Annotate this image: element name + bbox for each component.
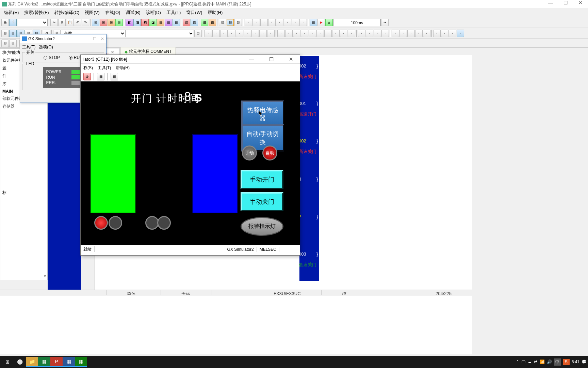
tray-s[interactable]: S xyxy=(563,359,570,365)
tb-f5[interactable]: ⫠ xyxy=(245,19,252,26)
tb-f10[interactable]: ⫠ xyxy=(284,19,291,26)
tb2-af8[interactable]: ⫠ xyxy=(301,30,308,37)
tb-btn-j[interactable]: ▦ xyxy=(165,19,172,26)
tb2-df3[interactable]: ⫠ xyxy=(407,30,415,37)
taskbar-explorer[interactable]: 📁 xyxy=(26,357,38,367)
tb2-af14[interactable]: ⫠ xyxy=(348,30,355,37)
tray-clock[interactable]: 6:41 xyxy=(572,359,579,364)
tb2-af11[interactable]: ⫠ xyxy=(324,30,332,37)
tb2-cf1[interactable]: ⫠ xyxy=(358,30,365,37)
tb-btn-g[interactable]: ◩ xyxy=(141,19,149,26)
tb2-af10[interactable]: ⫠ xyxy=(316,30,324,37)
tb-btn-k[interactable]: ▦ xyxy=(173,19,180,26)
tb-btn-i[interactable]: ▦ xyxy=(157,19,164,26)
tb2-sf6[interactable]: ⫠ xyxy=(212,30,220,37)
tb-btn-p[interactable]: ⊡ xyxy=(219,19,226,26)
tb-btn-b[interactable]: ⊞ xyxy=(100,19,107,26)
gt-menu-tools[interactable]: 工具(T) xyxy=(98,65,111,71)
sim2-title-bar[interactable]: GX Simulator2 — ☐ ✕ xyxy=(20,34,106,43)
tb2-a[interactable]: ⊟ xyxy=(1,30,9,37)
gt-menu-help[interactable]: 帮助(H) xyxy=(116,65,130,71)
hmi-close-button[interactable]: 手动关门 xyxy=(241,192,283,211)
tb-run-r[interactable]: ▦ xyxy=(310,19,317,26)
tb-btn-m[interactable]: ▨ xyxy=(191,19,198,26)
tb-btn-h[interactable]: ◪ xyxy=(149,19,157,26)
tb2-df4[interactable]: ⫠ xyxy=(415,30,423,37)
taskbar-start[interactable]: ⊞ xyxy=(1,357,14,367)
menu-debug[interactable]: 调试(B) xyxy=(123,9,143,16)
tb3-b[interactable]: ⊟ xyxy=(9,40,17,47)
help-icon[interactable]: ❔ xyxy=(9,19,17,26)
combo-2[interactable] xyxy=(126,30,194,37)
taskbar-app2[interactable]: ▦ xyxy=(63,357,75,367)
sim2-close[interactable]: ✕ xyxy=(101,36,104,41)
hmi-open-button[interactable]: 手动开门 xyxy=(241,170,283,189)
menu-help[interactable]: 帮助(H) xyxy=(205,9,225,16)
menu-view[interactable]: 视图(V) xyxy=(82,9,102,16)
tb2-df1[interactable]: ⫠ xyxy=(392,30,399,37)
tb-btn-e[interactable]: ◧ xyxy=(126,19,133,26)
gt-title-bar[interactable]: lator3 (GT12) [No title] — ☐ ✕ xyxy=(81,55,300,64)
redo-icon[interactable]: ↷ xyxy=(82,19,89,26)
tb2-af9[interactable]: ⫠ xyxy=(309,30,316,37)
tray-volume-icon[interactable]: 🔊 xyxy=(547,359,552,364)
tb2-df5[interactable]: ⫠ xyxy=(423,30,430,37)
sim2-menu-tools[interactable]: 工具(T) xyxy=(22,44,35,50)
tb-f6[interactable]: ⫠ xyxy=(252,19,260,26)
undo-icon[interactable]: ↶ xyxy=(74,19,81,26)
menu-search[interactable]: 搜索/替换(F) xyxy=(21,9,51,16)
tb2-sf5[interactable]: ⫠ xyxy=(205,30,212,37)
tb-btn-a[interactable]: ⊞ xyxy=(92,19,99,26)
tb-btn-q[interactable]: ⊡ xyxy=(234,19,242,26)
tb-btn-f[interactable]: ◨ xyxy=(133,19,141,26)
tb-btn-l[interactable]: ▧ xyxy=(183,19,190,26)
close-button[interactable]: ✕ xyxy=(573,0,588,8)
maximize-button[interactable]: ☐ xyxy=(558,0,573,8)
tb2-cf3[interactable]: ⫠ xyxy=(374,30,381,37)
tb2-ef1[interactable]: ⫠ xyxy=(433,30,441,37)
tb2-af5[interactable]: ⫠ xyxy=(277,30,285,37)
menu-edit[interactable]: 编辑(E) xyxy=(1,9,21,16)
gt-minimize[interactable]: — xyxy=(245,56,258,62)
tb-btn-active[interactable]: ⊡ xyxy=(227,19,234,26)
tb2-h[interactable]: ⊡ xyxy=(194,30,202,37)
tb-f9[interactable]: ⫠ xyxy=(276,19,283,26)
gt-tb-a[interactable]: ⊘ xyxy=(83,73,91,80)
paste-icon[interactable]: 📋 xyxy=(66,19,74,26)
tb2-ef3[interactable]: ⫠ xyxy=(449,30,456,37)
menu-convert[interactable]: 转换/编译(C) xyxy=(52,9,82,16)
menu-window[interactable]: 窗口(W) xyxy=(183,9,205,16)
play-icon[interactable]: ▶ xyxy=(317,19,325,26)
tray-notif-icon[interactable]: 💬 xyxy=(582,359,587,364)
tb2-sf11[interactable]: ⫠ xyxy=(251,30,259,37)
tb2-sf8[interactable]: ⫠ xyxy=(228,30,235,37)
tb2-df2[interactable]: ⫠ xyxy=(399,30,407,37)
tb-f11[interactable]: ⫠ xyxy=(292,19,299,26)
tb-f8[interactable]: ⫠ xyxy=(268,19,276,26)
tb2-af7[interactable]: ⫠ xyxy=(293,30,300,37)
tb2-sf9[interactable]: ⫠ xyxy=(236,30,243,37)
tb-f12[interactable]: ⫠ xyxy=(299,19,307,26)
tb2-ef2[interactable]: ⫠ xyxy=(441,30,448,37)
gt-tb-c[interactable]: ▦ xyxy=(111,73,118,80)
tb2-ef4[interactable]: ⫠ xyxy=(457,30,464,37)
stop-icon[interactable]: ▲ xyxy=(325,19,333,26)
tb2-af13[interactable]: ⫠ xyxy=(340,30,347,37)
taskbar-app1[interactable]: ▦ xyxy=(38,357,50,367)
taskbar-app3[interactable]: ▦ xyxy=(75,357,87,367)
sim2-minimize[interactable]: — xyxy=(85,36,89,41)
tab-close-icon[interactable]: ✕ xyxy=(110,50,115,55)
cut-icon[interactable]: ✂ xyxy=(50,19,58,26)
hmi-sensor-button[interactable]: 热释电传感器 xyxy=(241,101,284,128)
tb2-sf12[interactable]: ⫠ xyxy=(259,30,267,37)
sim2-menu-options[interactable]: 选项(O) xyxy=(39,44,53,50)
tray-ime[interactable]: 中 xyxy=(554,358,561,366)
tb2-sf13[interactable]: ⫠ xyxy=(267,30,275,37)
minimize-button[interactable]: — xyxy=(543,0,558,8)
taskbar-search[interactable]: ⚪ xyxy=(14,357,26,367)
tray-battery-icon[interactable]: 🗲 xyxy=(534,359,538,364)
sim2-maximize[interactable]: ☐ xyxy=(93,36,97,41)
sim2-radio-stop[interactable]: STOP xyxy=(44,55,60,60)
tb3-a[interactable]: ⊟ xyxy=(1,40,9,47)
gt-maximize[interactable]: ☐ xyxy=(265,56,277,62)
